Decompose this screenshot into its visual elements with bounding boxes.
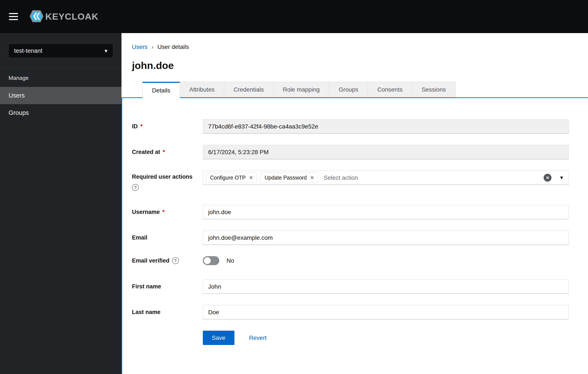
details-panel: ID * Created at * Required use — [122, 97, 588, 374]
form-row-email: Email — [132, 230, 569, 245]
form-row-id: ID * — [132, 119, 569, 134]
multiselect-placeholder: Select action — [324, 174, 358, 181]
field-label-first-name: First name — [132, 283, 203, 290]
sidebar-item-groups[interactable]: Groups — [0, 104, 122, 122]
masthead: KEYCLOAK — [0, 0, 588, 33]
app-window: KEYCLOAK test-tenant ▾ Manage Users Grou… — [0, 0, 588, 374]
email-verified-toggle[interactable] — [203, 256, 219, 265]
tab-groups[interactable]: Groups — [329, 82, 368, 97]
form-row-created-at: Created at * — [132, 145, 569, 159]
field-label-last-name: Last name — [132, 309, 203, 315]
page-title: john.doe — [132, 60, 588, 71]
realm-selector-value: test-tenant — [14, 47, 42, 54]
body-row: test-tenant ▾ Manage Users Groups Users … — [0, 33, 588, 374]
actions-buttons: Save Revert — [203, 331, 267, 345]
chip-update-password: Update Password ✕ — [261, 173, 318, 183]
nav-toggle-button[interactable] — [9, 13, 18, 20]
form-actions: Save Revert — [132, 331, 569, 345]
close-icon[interactable]: ✕ — [249, 176, 253, 180]
tab-consents[interactable]: Consents — [368, 82, 412, 97]
help-icon[interactable]: ? — [172, 257, 179, 264]
field-label-username: Username * — [132, 209, 203, 215]
breadcrumb-separator-icon: › — [151, 43, 154, 51]
sidebar-item-users[interactable]: Users — [0, 87, 122, 104]
multiselect-controls: ✕ ▾ — [544, 174, 566, 182]
nav-section-manage: Manage Users Groups — [0, 68, 122, 122]
sidebar: test-tenant ▾ Manage Users Groups — [0, 33, 122, 374]
required-asterisk: * — [163, 149, 165, 156]
first-name-input[interactable] — [203, 280, 569, 294]
created-at-input[interactable] — [203, 145, 569, 159]
form-row-required-user-actions: Required user actions ? Configure OTP ✕ … — [132, 171, 569, 191]
chevron-down-icon: ▾ — [105, 48, 107, 53]
tab-sessions[interactable]: Sessions — [412, 82, 455, 97]
tab-attributes[interactable]: Attributes — [180, 82, 224, 97]
field-label-email: Email — [132, 234, 203, 241]
required-user-actions-multiselect[interactable]: Configure OTP ✕ Update Password ✕ Select… — [203, 171, 569, 185]
email-input[interactable] — [203, 230, 569, 245]
hamburger-icon — [9, 13, 18, 14]
chip-configure-otp: Configure OTP ✕ — [206, 173, 257, 183]
chevron-down-icon[interactable]: ▾ — [560, 175, 563, 181]
field-label-created-at: Created at * — [132, 149, 203, 156]
keycloak-logo: KEYCLOAK — [29, 8, 98, 25]
tab-role-mapping[interactable]: Role mapping — [273, 82, 329, 97]
close-icon[interactable]: ✕ — [310, 176, 314, 180]
form-row-email-verified: Email verified ? No — [132, 256, 569, 265]
form-row-first-name: First name — [132, 280, 569, 294]
tab-credentials[interactable]: Credentials — [224, 82, 273, 97]
nav-section-title: Manage — [0, 75, 122, 87]
help-icon[interactable]: ? — [132, 184, 139, 191]
field-label-id: ID * — [132, 123, 203, 130]
field-label-required-user-actions: Required user actions ? — [132, 171, 203, 191]
breadcrumb-users-link[interactable]: Users — [132, 43, 147, 50]
tab-details[interactable]: Details — [142, 82, 180, 98]
last-name-input[interactable] — [203, 305, 569, 319]
content-header: Users › User details john.doe Details At… — [122, 33, 588, 97]
realm-selector[interactable]: test-tenant ▾ — [8, 43, 113, 58]
revert-link[interactable]: Revert — [249, 334, 266, 341]
save-button[interactable]: Save — [203, 331, 234, 345]
toggle-knob — [204, 257, 211, 264]
breadcrumb: Users › User details — [132, 43, 588, 51]
email-verified-state: No — [227, 257, 234, 264]
keycloak-logo-text: KEYCLOAK — [45, 11, 98, 22]
form-row-username: Username * — [132, 205, 569, 219]
required-asterisk: * — [162, 209, 165, 215]
clear-all-icon[interactable]: ✕ — [544, 174, 551, 182]
keycloak-logo-icon — [29, 8, 44, 25]
main-content: Users › User details john.doe Details At… — [122, 33, 588, 374]
field-label-email-verified: Email verified ? — [132, 257, 203, 264]
form-row-last-name: Last name — [132, 305, 569, 319]
required-asterisk: * — [140, 123, 143, 130]
username-input[interactable] — [203, 205, 569, 219]
id-input[interactable] — [203, 119, 569, 134]
tab-bar: Details Attributes Credentials Role mapp… — [142, 82, 588, 97]
breadcrumb-current: User details — [157, 43, 189, 50]
